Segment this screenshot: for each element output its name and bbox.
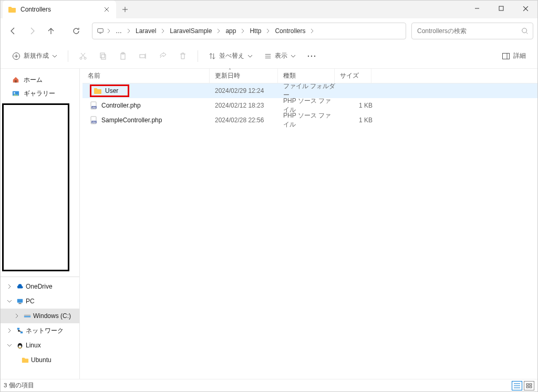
delete-button[interactable] xyxy=(174,48,191,65)
folder-icon xyxy=(8,5,16,14)
ellipsis-icon xyxy=(307,55,316,57)
chevron-down-icon xyxy=(7,299,12,304)
svg-rect-23 xyxy=(20,332,23,334)
new-button[interactable]: 新規作成 xyxy=(8,48,61,65)
svg-rect-7 xyxy=(100,53,105,58)
sidebar-item-onedrive[interactable]: OneDrive xyxy=(1,279,79,294)
chevron-down-icon xyxy=(247,54,253,59)
paste-icon xyxy=(119,52,127,60)
tab-controllers[interactable]: Controllers xyxy=(3,1,116,18)
column-headers: 名前 ˄ 更新日時 種類 サイズ xyxy=(82,69,537,83)
svg-rect-8 xyxy=(121,54,125,59)
chevron-right-icon xyxy=(7,284,12,289)
svg-rect-21 xyxy=(24,316,30,317)
sidebar-item-linux[interactable]: Linux xyxy=(1,338,79,353)
list-item[interactable]: phpSampleController.php2024/02/28 22:56P… xyxy=(82,113,537,128)
drive-icon xyxy=(24,312,31,320)
svg-rect-32 xyxy=(526,384,529,385)
paste-button[interactable] xyxy=(115,48,131,65)
sidebar-item-pc[interactable]: PC xyxy=(1,294,79,309)
sidebar-label: PC xyxy=(26,298,35,305)
svg-point-2 xyxy=(522,28,527,33)
file-name: SampleController.php xyxy=(101,116,162,124)
back-button[interactable] xyxy=(5,23,22,39)
col-size[interactable]: サイズ xyxy=(335,69,371,83)
copy-button[interactable] xyxy=(95,48,111,65)
breadcrumb-item[interactable]: app xyxy=(223,26,238,36)
new-tab-button[interactable] xyxy=(116,1,134,18)
minimize-button[interactable] xyxy=(465,1,489,16)
sidebar-item-network[interactable]: ネットワーク xyxy=(1,323,79,338)
cut-button[interactable] xyxy=(75,48,91,65)
sidebar-label: ネットワーク xyxy=(26,326,64,335)
address-bar: … Laravel LaravelSample app Http Control… xyxy=(1,18,537,44)
breadcrumb-item[interactable]: Controllers xyxy=(273,26,307,36)
cell-date: 2024/02/29 12:24 xyxy=(213,87,281,94)
sidebar-item-windows-c[interactable]: Windows (C:) xyxy=(1,309,79,323)
tab-close-icon[interactable] xyxy=(102,5,111,14)
sidebar-item-ubuntu[interactable]: Ubuntu xyxy=(1,353,79,367)
svg-rect-14 xyxy=(503,53,510,59)
copy-icon xyxy=(99,52,107,60)
col-date[interactable]: 更新日時 xyxy=(210,69,278,83)
svg-rect-18 xyxy=(17,299,23,303)
search-input[interactable] xyxy=(416,27,521,35)
sidebar-item-home[interactable]: ホーム xyxy=(9,73,74,87)
more-button[interactable] xyxy=(303,48,320,65)
share-button[interactable] xyxy=(154,48,171,65)
sidebar-label: Windows (C:) xyxy=(33,312,71,320)
breadcrumb-item[interactable]: LaravelSample xyxy=(168,26,214,36)
view-icon xyxy=(264,52,272,60)
svg-point-13 xyxy=(314,55,315,56)
plus-circle-icon xyxy=(12,52,20,60)
view-button[interactable]: 表示 xyxy=(260,48,300,65)
titlebar: Controllers xyxy=(1,1,537,18)
breadcrumb-overflow[interactable]: … xyxy=(113,26,124,36)
home-icon xyxy=(12,76,19,83)
linux-icon xyxy=(16,342,24,349)
rename-button[interactable] xyxy=(134,48,151,65)
sort-button[interactable]: 並べ替え xyxy=(204,48,257,65)
main: ホーム ギャラリー OneDrive PC xyxy=(1,69,537,379)
details-label: 詳細 xyxy=(513,51,526,60)
folder-icon xyxy=(22,356,29,364)
cut-icon xyxy=(79,52,87,60)
view-details-toggle[interactable] xyxy=(512,381,522,390)
sort-label: 並べ替え xyxy=(219,51,244,60)
svg-rect-34 xyxy=(526,386,529,388)
list-item[interactable]: User2024/02/29 12:24ファイル フォルダー xyxy=(82,83,537,98)
sidebar-item-gallery[interactable]: ギャラリー xyxy=(9,87,74,100)
search-box[interactable] xyxy=(411,23,533,39)
sidebar-label: ホーム xyxy=(24,76,43,84)
view-icons-toggle[interactable] xyxy=(524,381,534,390)
breadcrumb[interactable]: … Laravel LaravelSample app Http Control… xyxy=(92,23,406,39)
cell-type: PHP ソース ファイル xyxy=(281,111,338,129)
breadcrumb-item[interactable]: Laravel xyxy=(133,26,158,36)
breadcrumb-item[interactable]: Http xyxy=(247,26,263,36)
refresh-button[interactable] xyxy=(68,23,85,39)
col-name[interactable]: 名前 xyxy=(82,69,210,83)
svg-point-17 xyxy=(14,92,15,94)
list-item[interactable]: phpController.php2024/02/12 18:23PHP ソース… xyxy=(82,98,537,113)
chevron-right-icon xyxy=(7,328,12,333)
up-button[interactable] xyxy=(43,23,59,39)
gallery-icon xyxy=(12,90,19,97)
tab-title: Controllers xyxy=(20,6,98,13)
sort-icon xyxy=(209,52,216,60)
svg-rect-10 xyxy=(140,55,145,58)
svg-rect-1 xyxy=(98,29,104,33)
forward-button[interactable] xyxy=(24,23,40,39)
sidebar-label: ギャラリー xyxy=(24,89,55,98)
svg-point-4 xyxy=(80,57,82,59)
status-bar: 3 個の項目 xyxy=(1,379,537,391)
view-label: 表示 xyxy=(275,51,287,60)
svg-rect-35 xyxy=(530,386,532,388)
maximize-button[interactable] xyxy=(489,1,513,16)
close-button[interactable] xyxy=(513,1,537,16)
details-pane-button[interactable]: 詳細 xyxy=(498,48,530,65)
svg-point-12 xyxy=(311,55,312,56)
toolbar: 新規作成 並べ替え 表示 詳細 xyxy=(1,44,537,69)
status-text: 3 個の項目 xyxy=(4,382,34,389)
sort-indicator-icon: ˄ xyxy=(229,68,231,73)
col-type[interactable]: 種類 xyxy=(278,69,335,83)
